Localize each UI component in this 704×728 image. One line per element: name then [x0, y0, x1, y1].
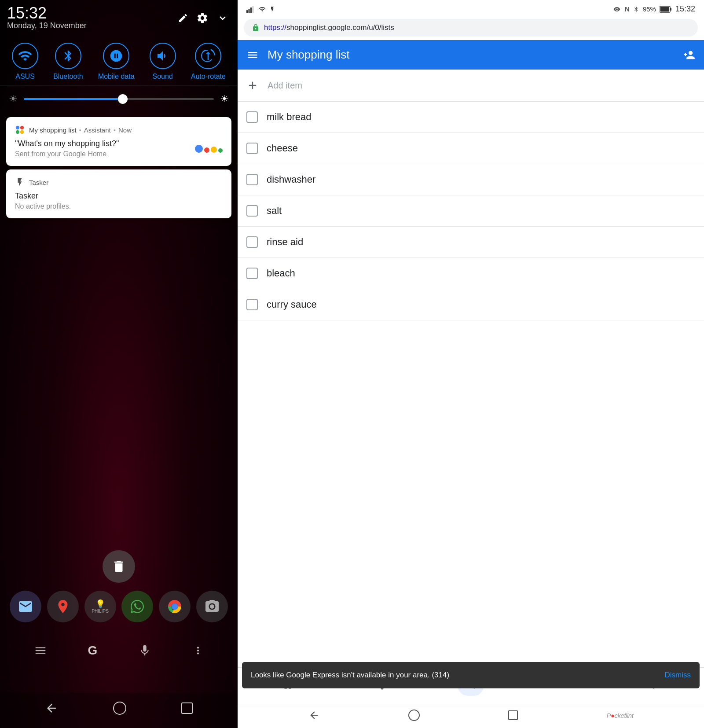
checkbox-bleach[interactable]	[246, 268, 258, 279]
brightness-high-icon: ☀	[220, 93, 229, 105]
url-protocol: https://	[264, 23, 286, 32]
list-item[interactable]: salt	[238, 195, 704, 227]
add-person-icon[interactable]	[683, 49, 695, 61]
camera-app-icon[interactable]	[196, 591, 228, 622]
app-bar: My shopping list	[238, 40, 704, 70]
snackbar: Looks like Google Express isn't availabl…	[242, 662, 700, 688]
mobile-data-toggle[interactable]: Mobile data	[98, 43, 135, 81]
checkbox-dishwasher[interactable]	[246, 174, 258, 185]
status-bar-right: N 95% 15:32	[238, 0, 704, 16]
time-block: 15:32 Monday, 19 November	[7, 5, 87, 30]
auto-rotate-toggle[interactable]: Auto-rotate	[191, 43, 226, 81]
url-domain: shoppinglist.google.com	[286, 23, 367, 32]
svg-rect-5	[246, 10, 248, 13]
list-item[interactable]: bleach	[238, 258, 704, 289]
svg-rect-11	[670, 8, 671, 11]
svg-rect-8	[253, 6, 254, 13]
back-nav-button-left[interactable]	[45, 702, 58, 715]
snackbar-dismiss-button[interactable]: Dismiss	[665, 671, 691, 680]
list-item[interactable]: rinse aid	[238, 227, 704, 258]
recents-nav-button-left[interactable]	[181, 702, 193, 714]
notif-content: "What's on my shopping list?" Sent from …	[15, 139, 119, 158]
google-search-icon[interactable]: G	[88, 643, 98, 658]
add-item-label: Add item	[268, 81, 302, 91]
left-panel: 15:32 Monday, 19 November	[0, 0, 238, 728]
chevron-down-icon[interactable]	[216, 12, 229, 24]
checkbox-rinse-aid[interactable]	[246, 236, 258, 248]
checkbox-salt[interactable]	[246, 205, 258, 217]
item-text-bleach: bleach	[267, 268, 295, 279]
list-item[interactable]: curry sauce	[238, 289, 704, 320]
svg-point-4	[171, 603, 178, 610]
notif-service: Assistant	[84, 126, 111, 134]
back-nav-button-right[interactable]	[308, 710, 320, 721]
notif-title: "What's on my shopping list?"	[15, 139, 119, 148]
chrome-app-icon[interactable]	[159, 591, 191, 622]
hamburger-icon[interactable]	[34, 644, 47, 657]
recents-nav-button-right[interactable]	[508, 710, 518, 720]
list-item[interactable]: dishwasher	[238, 164, 704, 195]
more-vert-icon-left[interactable]	[192, 645, 204, 656]
google-assistant-notification[interactable]: My shopping list • Assistant • Now "What…	[6, 117, 231, 166]
add-item-row[interactable]: Add item	[238, 70, 704, 102]
mic-icon[interactable]	[138, 644, 151, 657]
wifi-toggle[interactable]: ASUS	[12, 43, 38, 81]
brightness-thumb	[118, 94, 128, 104]
list-item[interactable]: cheese	[238, 133, 704, 164]
battery-percent: 95%	[643, 5, 656, 13]
item-text-milk-bread: milk bread	[267, 111, 311, 123]
lock-icon	[252, 24, 260, 32]
auto-rotate-icon-circle	[195, 43, 221, 69]
brightness-slider[interactable]	[24, 98, 214, 100]
mobile-data-icon-circle	[103, 43, 129, 69]
home-nav-button-left[interactable]	[113, 702, 126, 715]
item-text-cheese: cheese	[267, 143, 298, 154]
maps-app-icon[interactable]	[47, 591, 79, 622]
bluetooth-toggle[interactable]: Bluetooth	[53, 43, 83, 81]
tasker-notification[interactable]: Tasker Tasker No active profiles.	[6, 169, 231, 218]
sound-label: Sound	[153, 73, 173, 81]
email-app-icon[interactable]	[10, 591, 41, 622]
trash-button[interactable]	[103, 550, 135, 583]
pocketlint-logo: P●cketlint	[607, 712, 634, 719]
flash-icon	[269, 6, 275, 13]
time-display-right: 15:32	[675, 4, 695, 14]
sound-toggle[interactable]: Sound	[150, 43, 176, 81]
tasker-title: Tasker	[15, 191, 223, 201]
item-text-curry-sauce: curry sauce	[267, 299, 317, 310]
settings-icon[interactable]	[196, 12, 209, 24]
url-bar[interactable]: https://shoppinglist.google.com/u/0/list…	[244, 19, 698, 37]
svg-rect-7	[250, 7, 252, 13]
dot-blue	[195, 145, 203, 153]
app-title: My shopping list	[268, 48, 674, 62]
eye-icon	[612, 6, 621, 13]
notif-body: "What's on my shopping list?" Sent from …	[15, 139, 223, 158]
checkbox-cheese[interactable]	[246, 143, 258, 154]
svg-point-1	[20, 126, 24, 129]
checkbox-milk-bread[interactable]	[246, 111, 258, 123]
bluetooth-label: Bluetooth	[53, 73, 83, 81]
svg-rect-6	[249, 9, 250, 13]
url-bar-container: https://shoppinglist.google.com/u/0/list…	[238, 16, 704, 40]
notif-header: My shopping list • Assistant • Now	[15, 125, 223, 135]
item-text-dishwasher: dishwasher	[267, 174, 315, 185]
dot-green	[218, 148, 223, 153]
tasker-icon	[15, 177, 25, 187]
menu-icon[interactable]	[246, 49, 259, 61]
home-nav-button-right[interactable]	[408, 710, 420, 721]
nfc-icon: N	[625, 5, 630, 13]
right-panel: N 95% 15:32 https://shoppinglist.google.…	[238, 0, 704, 728]
plus-icon	[246, 79, 259, 92]
notif-subtitle: Sent from your Google Home	[15, 150, 119, 158]
whatsapp-app-icon[interactable]	[121, 591, 153, 622]
checkbox-curry-sauce[interactable]	[246, 299, 258, 310]
tasker-app-name: Tasker	[29, 179, 48, 186]
hue-app-icon[interactable]: 💡 PHILIPS	[84, 591, 116, 622]
date-display: Monday, 19 November	[7, 21, 87, 30]
svg-rect-10	[660, 7, 669, 11]
notifications-area: My shopping list • Assistant • Now "What…	[0, 113, 238, 223]
dot-yellow	[211, 147, 217, 153]
list-item[interactable]: milk bread	[238, 102, 704, 133]
signal-area	[246, 6, 275, 13]
edit-icon	[178, 13, 188, 23]
